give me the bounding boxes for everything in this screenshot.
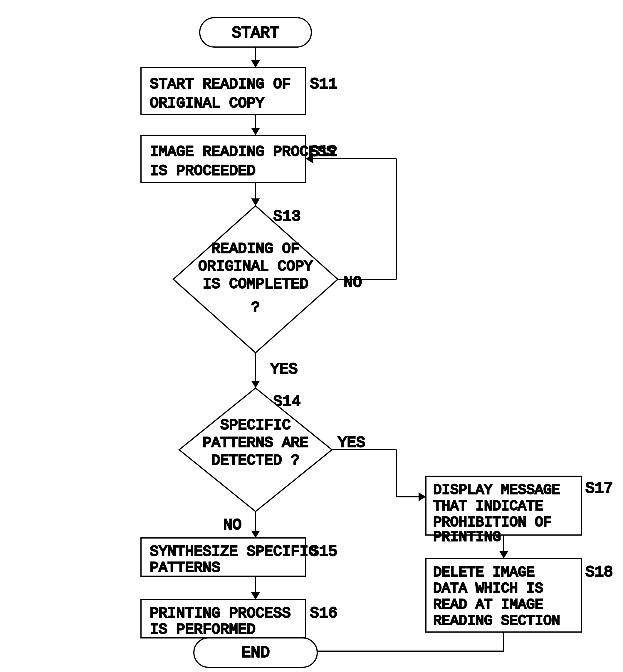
s13-no-label: NO: [344, 274, 362, 291]
start-label: START: [232, 24, 279, 42]
s18-label-line2: DATA WHICH IS: [433, 581, 543, 596]
s12-step: S12: [310, 143, 337, 161]
s13-label-line3: IS COMPLETED: [203, 276, 308, 292]
flowchart-container: START START READING OF ORIGINAL COPY S11…: [0, 0, 623, 672]
s18-label-line4: READING SECTION: [433, 613, 560, 629]
s11-step: S11: [310, 76, 337, 93]
s13-label-line4: ?: [251, 299, 260, 316]
s12-label-line2: IS PROCEEDED: [150, 163, 256, 179]
s12-label-line1: IMAGE READING PROCESS: [150, 143, 335, 160]
s18-label-line3: READ AT IMAGE: [433, 597, 543, 613]
s17-label-line4: PRINTING: [433, 529, 501, 545]
s14-label-line1: SPECIFIC: [220, 417, 291, 433]
end-label: END: [241, 644, 270, 662]
s17-label-line2: THAT INDICATE: [433, 498, 543, 514]
s17-step: S17: [585, 480, 613, 497]
s14-label-line3: DETECTED ?: [211, 452, 300, 469]
s15-label-line2: PATTERNS: [150, 559, 220, 576]
s16-label-line2: IS PERFORMED: [150, 621, 256, 638]
s13-step: S13: [273, 208, 301, 225]
s13-label-line2: ORIGINAL COPY: [198, 258, 313, 275]
s14-yes-label: YES: [338, 434, 365, 451]
s15-label-line1: SYNTHESIZE SPECIFIC: [150, 543, 317, 560]
s18-label-line1: DELETE IMAGE: [433, 564, 535, 580]
s17-label-line3: PROHIBITION OF: [433, 514, 552, 530]
s16-label-line1: PRINTING PROCESS: [150, 605, 291, 622]
s13-label-line1: READING OF: [211, 241, 300, 257]
s18-step: S18: [585, 563, 613, 581]
s16-step: S16: [310, 605, 337, 622]
s13-yes-label: YES: [270, 361, 298, 378]
s15-step: S15: [310, 543, 337, 560]
s17-label-line1: DISPLAY MESSAGE: [433, 482, 560, 498]
s11-label-line2: ORIGINAL COPY: [150, 95, 264, 112]
s14-no-label: NO: [223, 516, 241, 534]
s11-label-line1: START READING OF: [150, 76, 291, 92]
s14-label-line2: PATTERNS ARE: [203, 435, 308, 451]
